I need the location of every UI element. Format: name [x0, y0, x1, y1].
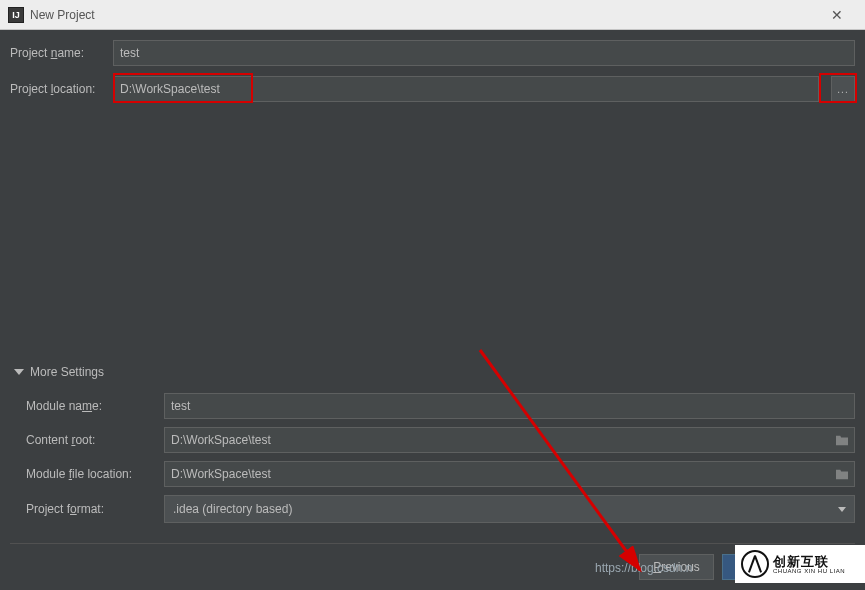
chevron-down-icon [838, 507, 846, 512]
module-name-row: Module name: [26, 393, 855, 419]
module-file-location-input[interactable] [164, 461, 855, 487]
content-root-label: Content root: [26, 433, 156, 447]
dialog-content: Project name: Project location: ... More… [0, 30, 865, 590]
project-location-row: Project location: ... [10, 76, 855, 102]
module-file-location-label: Module file location: [26, 467, 156, 481]
project-location-label: Project location: [10, 82, 105, 96]
project-format-row: Project format: .idea (directory based) [26, 495, 855, 523]
chevron-down-icon [14, 369, 24, 375]
titlebar: IJ New Project ✕ [0, 0, 865, 30]
content-root-row: Content root: [26, 427, 855, 453]
more-settings-section: More Settings Module name: Content root:… [14, 365, 855, 531]
module-name-input[interactable] [164, 393, 855, 419]
window-close-button[interactable]: ✕ [817, 0, 857, 29]
previous-button[interactable]: Previous [639, 554, 714, 580]
more-settings-label: More Settings [30, 365, 104, 379]
project-format-value: .idea (directory based) [173, 502, 292, 516]
more-settings-toggle[interactable]: More Settings [14, 365, 855, 379]
project-format-dropdown[interactable]: .idea (directory based) [164, 495, 855, 523]
folder-icon[interactable] [835, 434, 849, 446]
project-name-row: Project name: [10, 40, 855, 66]
watermark-text-cn: 创新互联 [773, 555, 845, 568]
project-location-input[interactable] [113, 76, 819, 102]
watermark-logo: 创新互联 CHUANG XIN HU LIAN [735, 545, 865, 583]
watermark-icon [741, 550, 769, 578]
folder-icon[interactable] [835, 468, 849, 480]
spacer [10, 112, 855, 365]
dialog-footer: Previous Finish Ca [10, 543, 855, 590]
titlebar-left: IJ New Project [8, 7, 95, 23]
browse-location-button[interactable]: ... [831, 76, 855, 102]
window-title: New Project [30, 8, 95, 22]
content-root-input[interactable] [164, 427, 855, 453]
module-file-location-row: Module file location: [26, 461, 855, 487]
project-name-label: Project name: [10, 46, 105, 60]
project-name-input[interactable] [113, 40, 855, 66]
project-format-label: Project format: [26, 502, 156, 516]
more-settings-body: Module name: Content root: Module file l… [14, 393, 855, 523]
module-name-label: Module name: [26, 399, 156, 413]
watermark-text-en: CHUANG XIN HU LIAN [773, 568, 845, 574]
app-icon: IJ [8, 7, 24, 23]
